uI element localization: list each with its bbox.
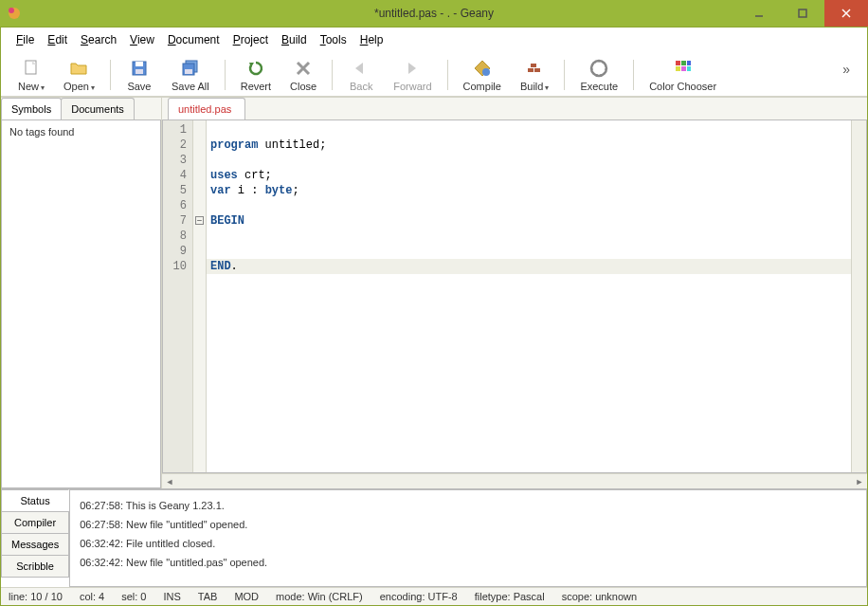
menu-document[interactable]: Document xyxy=(162,31,226,48)
menu-tools[interactable]: Tools xyxy=(315,31,353,48)
editor[interactable]: 12345678910 − program untitled;uses crt;… xyxy=(162,119,867,473)
save-icon xyxy=(129,58,150,79)
forward-arrow-icon xyxy=(402,58,423,79)
menu-file[interactable]: File xyxy=(10,31,40,48)
svg-marker-17 xyxy=(355,63,363,74)
svg-rect-30 xyxy=(681,66,686,71)
status-tab: TAB xyxy=(198,591,218,602)
menu-project[interactable]: Project xyxy=(227,31,274,48)
toolbar: New▾ Open▾ Save Save All Revert Close Ba… xyxy=(1,52,867,97)
log-line: 06:32:42: File untitled closed. xyxy=(80,534,857,553)
horizontal-scrollbar[interactable]: ◄► xyxy=(162,473,867,488)
open-folder-icon xyxy=(68,58,89,79)
svg-rect-21 xyxy=(528,68,533,72)
message-panel: StatusCompilerMessagesScribble 06:27:58:… xyxy=(1,488,867,587)
compile-button[interactable]: Compile xyxy=(454,56,511,94)
color-chooser-button[interactable]: Color Chooser xyxy=(640,56,726,94)
statusbar: line: 10 / 10 col: 4 sel: 0 INS TAB MOD … xyxy=(1,587,867,605)
menu-edit[interactable]: Edit xyxy=(42,31,73,48)
close-file-button[interactable]: Close xyxy=(280,56,326,94)
status-ins: INS xyxy=(163,591,180,602)
status-line: line: 10 / 10 xyxy=(9,591,63,602)
svg-rect-23 xyxy=(531,64,536,67)
status-encoding: encoding: UTF-8 xyxy=(380,591,458,602)
svg-marker-18 xyxy=(408,63,416,74)
sidebar: SymbolsDocuments No tags found xyxy=(1,98,162,488)
status-sel: sel: 0 xyxy=(121,591,146,602)
bottom-tab-scribble[interactable]: Scribble xyxy=(1,555,69,578)
status-mod: MOD xyxy=(234,591,259,602)
svg-rect-27 xyxy=(681,61,686,65)
status-col: col: 4 xyxy=(80,591,104,602)
open-button[interactable]: Open▾ xyxy=(54,56,104,94)
svg-rect-26 xyxy=(676,61,680,65)
window-title: *untitled.pas - . - Geany xyxy=(374,7,494,20)
toolbar-overflow[interactable]: » xyxy=(833,56,859,83)
menu-search[interactable]: Search xyxy=(75,31,122,48)
svg-rect-22 xyxy=(534,68,540,72)
editor-tab[interactable]: untitled.pas xyxy=(168,98,245,119)
close-icon xyxy=(293,58,314,79)
svg-rect-9 xyxy=(136,62,143,66)
execute-button[interactable]: Execute xyxy=(570,56,627,94)
save-button[interactable]: Save xyxy=(117,56,162,94)
back-button[interactable]: Back xyxy=(338,56,384,94)
menu-view[interactable]: View xyxy=(124,31,160,48)
svg-rect-28 xyxy=(687,61,691,65)
close-button[interactable] xyxy=(824,0,868,27)
compile-icon xyxy=(472,58,493,79)
back-arrow-icon xyxy=(351,58,371,79)
build-icon xyxy=(524,58,545,79)
revert-icon xyxy=(245,58,266,79)
svg-point-24 xyxy=(591,61,606,76)
revert-button[interactable]: Revert xyxy=(231,56,280,94)
color-chooser-icon xyxy=(673,58,694,79)
execute-icon xyxy=(588,58,609,79)
svg-point-20 xyxy=(482,68,490,76)
forward-button[interactable]: Forward xyxy=(384,56,441,94)
log-line: 06:32:42: New file "untitled.pas" opened… xyxy=(80,553,857,572)
new-file-icon xyxy=(21,58,42,79)
status-filetype: filetype: Pascal xyxy=(475,591,545,602)
save-all-icon xyxy=(180,58,201,79)
menubar: FileEditSearchViewDocumentProjectBuildTo… xyxy=(1,28,867,52)
build-button[interactable]: Build▾ xyxy=(511,56,558,94)
fold-gutter[interactable]: − xyxy=(193,120,207,472)
svg-rect-31 xyxy=(687,66,691,71)
svg-rect-13 xyxy=(185,69,192,74)
save-all-button[interactable]: Save All xyxy=(162,56,219,94)
status-log: 06:27:58: This is Geany 1.23.1.06:27:58:… xyxy=(69,489,867,587)
bottom-tab-compiler[interactable]: Compiler xyxy=(1,511,69,534)
sidebar-content: No tags found xyxy=(1,119,161,488)
svg-rect-6 xyxy=(26,61,36,74)
maximize-button[interactable] xyxy=(781,0,824,27)
bottom-tab-messages[interactable]: Messages xyxy=(1,533,69,556)
sidebar-tab-symbols[interactable]: Symbols xyxy=(1,98,62,119)
menu-build[interactable]: Build xyxy=(276,31,313,48)
svg-rect-10 xyxy=(136,69,143,74)
svg-rect-3 xyxy=(799,9,806,17)
status-scope: scope: unknown xyxy=(562,591,638,602)
new-button[interactable]: New▾ xyxy=(9,56,54,94)
sidebar-tab-documents[interactable]: Documents xyxy=(61,98,135,119)
minimize-button[interactable] xyxy=(737,0,781,27)
line-number-gutter: 12345678910 xyxy=(163,120,193,472)
svg-rect-29 xyxy=(676,66,680,71)
app-icon xyxy=(6,5,23,22)
vertical-scrollbar[interactable] xyxy=(851,120,866,472)
status-mode: mode: Win (CRLF) xyxy=(276,591,363,602)
svg-point-1 xyxy=(9,8,14,13)
bottom-tab-status[interactable]: Status xyxy=(1,489,69,512)
log-line: 06:27:58: New file "untitled" opened. xyxy=(80,515,857,534)
menu-help[interactable]: Help xyxy=(354,31,389,48)
code-area[interactable]: program untitled;uses crt;var i : byte;B… xyxy=(207,120,851,472)
titlebar: *untitled.pas - . - Geany xyxy=(0,0,868,27)
log-line: 06:27:58: This is Geany 1.23.1. xyxy=(80,496,857,515)
